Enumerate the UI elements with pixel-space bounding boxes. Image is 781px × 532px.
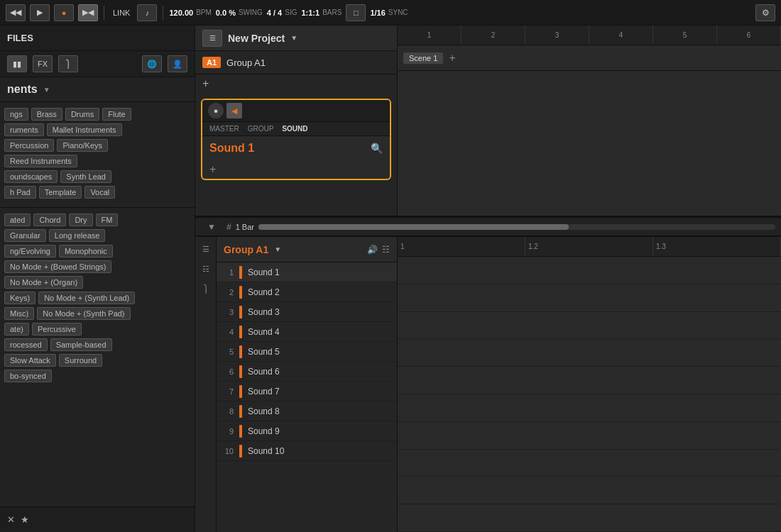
close-filter-button[interactable]: ✕: [7, 514, 15, 525]
instruments-arrow-icon[interactable]: ▼: [43, 86, 50, 94]
mode-chord[interactable]: Chord: [33, 214, 66, 226]
tag-strings[interactable]: ngs: [4, 108, 28, 121]
sound-add-button[interactable]: +: [202, 160, 390, 179]
bottom-ruler: 1 1.2 1.3: [398, 237, 781, 257]
tab-master[interactable]: MASTER: [209, 125, 239, 133]
sig-group: 4 / 4 SIG: [267, 9, 297, 17]
ruler-mark-2: 2: [462, 26, 525, 45]
sound-list-row[interactable]: 8 Sound 8: [217, 401, 397, 421]
tag-piano[interactable]: Piano/Keys: [57, 139, 108, 152]
loop-button[interactable]: ▶◀: [78, 4, 98, 21]
sound-list-row[interactable]: 3 Sound 3: [217, 302, 397, 322]
tag-pad[interactable]: h Pad: [4, 186, 36, 199]
mode-percussive[interactable]: Percussive: [32, 323, 82, 336]
bars-value[interactable]: 1:1:1: [301, 9, 320, 17]
speaker-icon[interactable]: 🔊: [367, 245, 378, 255]
sound-list-row[interactable]: 7 Sound 7: [217, 382, 397, 401]
mode-synth-lead[interactable]: No Mode + (Synth Lead): [38, 292, 135, 304]
tag-percussion[interactable]: Percussion: [4, 139, 54, 152]
mode-slow-attack[interactable]: Slow Attack: [4, 354, 56, 367]
mode-long-release[interactable]: Long release: [49, 229, 106, 242]
mode-surround[interactable]: Surround: [59, 354, 102, 367]
grid-icon[interactable]: ☷: [198, 261, 214, 277]
mode-fm[interactable]: FM: [96, 214, 119, 226]
tag-template[interactable]: Template: [39, 186, 82, 199]
scene-add-button[interactable]: +: [449, 52, 455, 65]
mode-bo-synced[interactable]: bo-synced: [4, 370, 52, 382]
tag-synth-lead[interactable]: Synth Lead: [60, 170, 111, 183]
mode-mono[interactable]: Monophonic: [59, 245, 113, 257]
tag-soundscapes[interactable]: oundscapes: [4, 170, 58, 183]
bar-dropdown-icon[interactable]: ▼: [201, 222, 222, 232]
divider-1: [104, 6, 104, 20]
rewind-button[interactable]: ◀◀: [6, 4, 26, 21]
settings-button[interactable]: ⚙: [755, 4, 775, 21]
mode-synth-pad[interactable]: No Mode + (Synth Pad): [37, 307, 130, 320]
mode-organ[interactable]: No Mode + (Organ): [4, 276, 83, 289]
sound-list-row[interactable]: 6 Sound 6: [217, 362, 397, 382]
wave-control-icon[interactable]: ⎫: [198, 281, 214, 297]
metronome-button[interactable]: ♪: [137, 4, 157, 21]
record-button[interactable]: ●: [54, 4, 74, 21]
mode-bowed[interactable]: No Mode + (Bowed Strings): [4, 260, 111, 273]
project-timeline: 1 2 3 4 5 6 Scene 1 +: [398, 26, 781, 216]
group-badge: A1: [202, 57, 221, 68]
sound-list-row[interactable]: 1 Sound 1: [217, 262, 397, 282]
link-label[interactable]: LINK: [110, 9, 133, 17]
project-dropdown-icon[interactable]: ▼: [290, 34, 297, 42]
tag-vocal[interactable]: Vocal: [84, 186, 115, 199]
add-group-button[interactable]: +: [195, 74, 397, 93]
mode-evolving[interactable]: ng/Evolving: [4, 245, 56, 257]
sound-num-5: 5: [222, 348, 234, 356]
tag-drums[interactable]: Drums: [65, 108, 99, 121]
tab-group[interactable]: GROUP: [248, 125, 274, 133]
project-grid-icon[interactable]: ☰: [202, 30, 222, 47]
sound-list-row[interactable]: 10 Sound 10: [217, 441, 397, 461]
star-button[interactable]: ★: [21, 514, 29, 525]
mode-misc[interactable]: Misc): [4, 307, 34, 320]
modes-row-5: No Mode + (Organ): [4, 276, 190, 289]
scene-badge[interactable]: Scene 1: [403, 52, 443, 64]
tag-reed[interactable]: Reed Instruments: [4, 155, 77, 167]
sound-list-row[interactable]: 2 Sound 2: [217, 282, 397, 302]
sync-value[interactable]: 1/16: [370, 9, 385, 17]
tag-flute[interactable]: Flute: [102, 108, 131, 121]
divider-2: [163, 6, 163, 20]
fx-icon-btn[interactable]: FX: [33, 55, 53, 72]
mode-ated[interactable]: ated: [4, 214, 31, 226]
sig-value[interactable]: 4 / 4: [267, 9, 282, 17]
sound-search-icon[interactable]: 🔍: [371, 143, 383, 154]
expand-button[interactable]: □: [346, 4, 366, 21]
tag-instruments[interactable]: ruments: [4, 123, 44, 136]
piano-icon-btn[interactable]: ▮▮: [7, 55, 27, 72]
play-button[interactable]: ▶: [30, 4, 50, 21]
bar-scrollbar[interactable]: [258, 224, 775, 230]
tag-mallet[interactable]: Mallet Instruments: [47, 123, 122, 136]
sound-list-row[interactable]: 9 Sound 9: [217, 421, 397, 441]
mode-dry[interactable]: Dry: [69, 214, 92, 226]
mode-ate[interactable]: ate): [4, 323, 29, 336]
sound-list-row[interactable]: 5 Sound 5: [217, 342, 397, 362]
globe-icon-btn[interactable]: 🌐: [142, 55, 162, 72]
sound-row-name-1: Sound 1: [248, 267, 280, 277]
modes-row-8: ate) Percussive: [4, 323, 190, 336]
sound-circle-icon[interactable]: ●: [208, 103, 224, 118]
mode-keys[interactable]: Keys): [4, 292, 36, 304]
tab-sound[interactable]: SOUND: [282, 125, 307, 133]
wave-icon-btn[interactable]: ⎫: [58, 55, 78, 72]
tags-row-6: h Pad Template Vocal: [4, 186, 190, 199]
mode-granular[interactable]: Granular: [4, 229, 46, 242]
bottom-left-controls: ☰ ☷ ⎫: [195, 237, 217, 532]
mode-processed[interactable]: rocessed: [4, 338, 48, 351]
tag-brass[interactable]: Brass: [31, 108, 62, 121]
mode-sample[interactable]: Sample-based: [50, 338, 112, 351]
list-icon[interactable]: ☰: [198, 241, 214, 257]
grid-dots-icon[interactable]: ☷: [382, 245, 390, 255]
sound-list-row[interactable]: 4 Sound 4: [217, 322, 397, 342]
swing-value[interactable]: 0.0 %: [216, 9, 236, 17]
group-list-dropdown-icon[interactable]: ▼: [274, 245, 281, 253]
user-icon-btn[interactable]: 👤: [168, 55, 187, 72]
back-arrow-icon[interactable]: ◀: [226, 103, 242, 118]
bpm-value[interactable]: 120.00: [169, 9, 193, 17]
sound-num-1: 1: [222, 268, 234, 277]
